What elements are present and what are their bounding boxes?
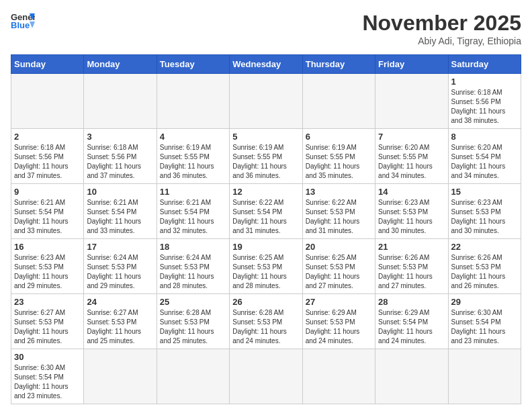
calendar-cell: 22Sunrise: 6:26 AM Sunset: 5:53 PM Dayli… bbox=[448, 239, 521, 294]
day-number: 9 bbox=[14, 187, 81, 197]
calendar-cell: 26Sunrise: 6:28 AM Sunset: 5:53 PM Dayli… bbox=[230, 294, 302, 349]
calendar-cell bbox=[302, 349, 375, 404]
calendar-cell bbox=[302, 74, 375, 129]
day-info: Sunrise: 6:28 AM Sunset: 5:53 PM Dayligh… bbox=[232, 308, 299, 346]
calendar-cell: 6Sunrise: 6:19 AM Sunset: 5:55 PM Daylig… bbox=[302, 129, 375, 184]
day-number: 4 bbox=[160, 132, 226, 142]
day-number: 11 bbox=[160, 187, 226, 197]
title-block: November 2025 Abiy Adi, Tigray, Ethiopia bbox=[362, 11, 521, 46]
weekday-header-tuesday: Tuesday bbox=[157, 55, 229, 74]
day-info: Sunrise: 6:21 AM Sunset: 5:54 PM Dayligh… bbox=[87, 198, 153, 236]
weekday-header-saturday: Saturday bbox=[448, 55, 521, 74]
day-info: Sunrise: 6:20 AM Sunset: 5:54 PM Dayligh… bbox=[451, 143, 518, 181]
calendar-week-row: 16Sunrise: 6:23 AM Sunset: 5:53 PM Dayli… bbox=[11, 239, 521, 294]
calendar-cell: 24Sunrise: 6:27 AM Sunset: 5:53 PM Dayli… bbox=[84, 294, 157, 349]
weekday-header-sunday: Sunday bbox=[11, 55, 84, 74]
day-number: 6 bbox=[306, 132, 372, 142]
day-number: 18 bbox=[160, 242, 226, 252]
day-number: 20 bbox=[306, 242, 372, 252]
day-info: Sunrise: 6:21 AM Sunset: 5:54 PM Dayligh… bbox=[14, 198, 81, 236]
day-info: Sunrise: 6:22 AM Sunset: 5:53 PM Dayligh… bbox=[306, 198, 372, 236]
day-info: Sunrise: 6:20 AM Sunset: 5:55 PM Dayligh… bbox=[378, 143, 445, 181]
calendar-cell: 21Sunrise: 6:26 AM Sunset: 5:53 PM Dayli… bbox=[375, 239, 448, 294]
month-title: November 2025 bbox=[362, 11, 521, 36]
calendar-cell: 8Sunrise: 6:20 AM Sunset: 5:54 PM Daylig… bbox=[448, 129, 521, 184]
day-info: Sunrise: 6:30 AM Sunset: 5:54 PM Dayligh… bbox=[14, 363, 81, 401]
day-number: 19 bbox=[232, 242, 299, 252]
day-info: Sunrise: 6:18 AM Sunset: 5:56 PM Dayligh… bbox=[14, 143, 81, 181]
calendar-cell: 18Sunrise: 6:24 AM Sunset: 5:53 PM Dayli… bbox=[157, 239, 229, 294]
calendar-cell: 29Sunrise: 6:30 AM Sunset: 5:54 PM Dayli… bbox=[448, 294, 521, 349]
calendar-cell: 15Sunrise: 6:23 AM Sunset: 5:53 PM Dayli… bbox=[448, 184, 521, 239]
day-number: 27 bbox=[306, 297, 372, 307]
day-info: Sunrise: 6:28 AM Sunset: 5:53 PM Dayligh… bbox=[160, 308, 226, 346]
day-number: 25 bbox=[160, 297, 226, 307]
day-info: Sunrise: 6:26 AM Sunset: 5:53 PM Dayligh… bbox=[451, 253, 518, 291]
day-number: 30 bbox=[14, 352, 81, 362]
day-number: 13 bbox=[306, 187, 372, 197]
day-number: 23 bbox=[14, 297, 81, 307]
calendar-cell: 12Sunrise: 6:22 AM Sunset: 5:54 PM Dayli… bbox=[230, 184, 302, 239]
day-info: Sunrise: 6:25 AM Sunset: 5:53 PM Dayligh… bbox=[306, 253, 372, 291]
calendar-cell bbox=[230, 349, 302, 404]
calendar-cell: 20Sunrise: 6:25 AM Sunset: 5:53 PM Dayli… bbox=[302, 239, 375, 294]
calendar-week-row: 2Sunrise: 6:18 AM Sunset: 5:56 PM Daylig… bbox=[11, 129, 521, 184]
day-number: 8 bbox=[451, 132, 518, 142]
calendar-table: SundayMondayTuesdayWednesdayThursdayFrid… bbox=[11, 54, 521, 404]
calendar-cell: 16Sunrise: 6:23 AM Sunset: 5:53 PM Dayli… bbox=[11, 239, 84, 294]
day-number: 1 bbox=[451, 77, 518, 87]
day-info: Sunrise: 6:27 AM Sunset: 5:53 PM Dayligh… bbox=[87, 308, 153, 346]
calendar-cell: 27Sunrise: 6:29 AM Sunset: 5:53 PM Dayli… bbox=[302, 294, 375, 349]
day-number: 3 bbox=[87, 132, 153, 142]
day-number: 22 bbox=[451, 242, 518, 252]
calendar-cell: 10Sunrise: 6:21 AM Sunset: 5:54 PM Dayli… bbox=[84, 184, 157, 239]
calendar-cell bbox=[375, 74, 448, 129]
day-number: 24 bbox=[87, 297, 153, 307]
calendar-cell: 13Sunrise: 6:22 AM Sunset: 5:53 PM Dayli… bbox=[302, 184, 375, 239]
calendar-week-row: 30Sunrise: 6:30 AM Sunset: 5:54 PM Dayli… bbox=[11, 349, 521, 404]
day-info: Sunrise: 6:19 AM Sunset: 5:55 PM Dayligh… bbox=[232, 143, 299, 181]
calendar-cell: 5Sunrise: 6:19 AM Sunset: 5:55 PM Daylig… bbox=[230, 129, 302, 184]
day-number: 21 bbox=[378, 242, 445, 252]
day-info: Sunrise: 6:30 AM Sunset: 5:54 PM Dayligh… bbox=[451, 308, 518, 346]
location: Abiy Adi, Tigray, Ethiopia bbox=[362, 36, 521, 46]
calendar-cell: 11Sunrise: 6:21 AM Sunset: 5:54 PM Dayli… bbox=[157, 184, 229, 239]
calendar-cell bbox=[157, 74, 229, 129]
weekday-header-monday: Monday bbox=[84, 55, 157, 74]
day-info: Sunrise: 6:23 AM Sunset: 5:53 PM Dayligh… bbox=[378, 198, 445, 236]
day-number: 10 bbox=[87, 187, 153, 197]
day-info: Sunrise: 6:18 AM Sunset: 5:56 PM Dayligh… bbox=[451, 88, 518, 126]
calendar-cell: 2Sunrise: 6:18 AM Sunset: 5:56 PM Daylig… bbox=[11, 129, 84, 184]
calendar-cell bbox=[448, 349, 521, 404]
day-info: Sunrise: 6:19 AM Sunset: 5:55 PM Dayligh… bbox=[160, 143, 226, 181]
day-info: Sunrise: 6:29 AM Sunset: 5:53 PM Dayligh… bbox=[306, 308, 372, 346]
day-info: Sunrise: 6:27 AM Sunset: 5:53 PM Dayligh… bbox=[14, 308, 81, 346]
day-info: Sunrise: 6:23 AM Sunset: 5:53 PM Dayligh… bbox=[451, 198, 518, 236]
day-info: Sunrise: 6:24 AM Sunset: 5:53 PM Dayligh… bbox=[87, 253, 153, 291]
day-info: Sunrise: 6:23 AM Sunset: 5:53 PM Dayligh… bbox=[14, 253, 81, 291]
calendar-cell: 4Sunrise: 6:19 AM Sunset: 5:55 PM Daylig… bbox=[157, 129, 229, 184]
weekday-header-thursday: Thursday bbox=[302, 55, 375, 74]
calendar-cell bbox=[230, 74, 302, 129]
calendar-cell: 30Sunrise: 6:30 AM Sunset: 5:54 PM Dayli… bbox=[11, 349, 84, 404]
day-info: Sunrise: 6:18 AM Sunset: 5:56 PM Dayligh… bbox=[87, 143, 153, 181]
svg-marker-3 bbox=[30, 21, 35, 28]
calendar-cell bbox=[84, 74, 157, 129]
day-info: Sunrise: 6:19 AM Sunset: 5:55 PM Dayligh… bbox=[306, 143, 372, 181]
calendar-cell: 14Sunrise: 6:23 AM Sunset: 5:53 PM Dayli… bbox=[375, 184, 448, 239]
day-info: Sunrise: 6:22 AM Sunset: 5:54 PM Dayligh… bbox=[232, 198, 299, 236]
calendar-week-row: 9Sunrise: 6:21 AM Sunset: 5:54 PM Daylig… bbox=[11, 184, 521, 239]
day-number: 12 bbox=[232, 187, 299, 197]
day-number: 7 bbox=[378, 132, 445, 142]
day-info: Sunrise: 6:25 AM Sunset: 5:53 PM Dayligh… bbox=[232, 253, 299, 291]
page-header: General Blue November 2025 Abiy Adi, Tig… bbox=[11, 11, 521, 46]
svg-text:Blue: Blue bbox=[11, 20, 30, 30]
day-number: 16 bbox=[14, 242, 81, 252]
calendar-cell: 7Sunrise: 6:20 AM Sunset: 5:55 PM Daylig… bbox=[375, 129, 448, 184]
day-number: 26 bbox=[232, 297, 299, 307]
day-number: 5 bbox=[232, 132, 299, 142]
day-info: Sunrise: 6:26 AM Sunset: 5:53 PM Dayligh… bbox=[378, 253, 445, 291]
calendar-week-row: 23Sunrise: 6:27 AM Sunset: 5:53 PM Dayli… bbox=[11, 294, 521, 349]
calendar-cell bbox=[11, 74, 84, 129]
calendar-cell bbox=[375, 349, 448, 404]
